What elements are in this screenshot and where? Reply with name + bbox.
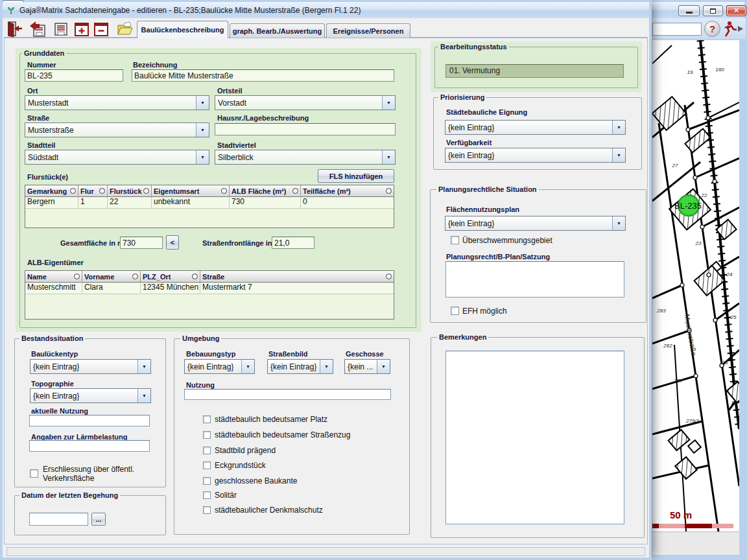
sort-circle-icon xyxy=(221,188,227,194)
topographie-dropdown[interactable]: {kein Eintrag}▼ xyxy=(30,388,151,403)
table-row[interactable]: Bergern 1 22 unbekannt 730 0 xyxy=(25,197,394,209)
stadtbild-label: Stadtbild prägend xyxy=(215,446,276,455)
stadtviertel-label: Stadtviertel xyxy=(217,141,256,149)
tab-ereignisse-personen[interactable]: Ereignisse/Personen xyxy=(326,23,410,38)
ueberschwemmung-checkbox[interactable] xyxy=(451,236,459,244)
strassenzug-label: städtebaulich bedeutsamer Straßenzug xyxy=(215,430,350,439)
denkmalschutz-checkbox[interactable] xyxy=(203,506,211,514)
run-exit-button[interactable] xyxy=(722,20,744,40)
erschliessung-checkbox[interactable] xyxy=(30,469,38,478)
eckgrundstueck-checkbox[interactable] xyxy=(203,461,211,469)
stadtviertel-dropdown[interactable]: Silberblick▼ xyxy=(215,150,396,165)
column-header-teilflaeche[interactable]: Teilfläche (m²) xyxy=(301,185,394,197)
begehung-datum-input[interactable] xyxy=(29,513,88,526)
bauluekentyp-dropdown[interactable]: {kein Eintrag}▼ xyxy=(30,359,151,374)
remove-record-button[interactable] xyxy=(92,20,110,38)
column-header-alb-flaeche[interactable]: ALB Fläche (m²) xyxy=(230,185,301,197)
denkmalschutz-label: städtebaulicher Denkmalschutz xyxy=(215,506,323,515)
fnp-dropdown[interactable]: {kein Eintrag}▼ xyxy=(445,216,626,231)
parcel-number: 25 xyxy=(730,314,737,320)
bplan-textarea[interactable] xyxy=(445,261,624,298)
map-close-button[interactable]: ✕ xyxy=(726,5,746,16)
map-view[interactable]: 19 160 27 22 23 24 25 26 283 282 287 279… xyxy=(652,40,739,531)
baukante-checkbox[interactable] xyxy=(203,477,211,485)
uebernehmen-button[interactable]: < xyxy=(166,235,179,250)
exit-door-icon xyxy=(6,21,23,38)
hausnr-input[interactable] xyxy=(215,123,396,135)
add-record-button[interactable] xyxy=(73,20,91,38)
stadtbild-checkbox[interactable] xyxy=(203,447,211,454)
ortsteil-dropdown[interactable]: Vorstadt▼ xyxy=(215,95,396,110)
strasse-dropdown[interactable]: Musterstraße▼ xyxy=(25,122,209,137)
open-button[interactable] xyxy=(115,20,134,38)
verfuegbarkeit-dropdown[interactable]: {kein Eintrag}▼ xyxy=(445,148,626,163)
strassenfront-label: Straßenfrontlänge in m: xyxy=(202,239,283,247)
bemerkungen-textarea[interactable] xyxy=(445,351,624,524)
remove-window-icon xyxy=(93,21,110,38)
stadtteil-label: Stadtteil xyxy=(27,141,55,149)
alb-eigentuemer-label: ALB-Eigentümer xyxy=(27,259,84,266)
strasse-label: Straße xyxy=(27,114,49,122)
save-return-button[interactable] xyxy=(29,20,47,38)
nummer-label: Nummer xyxy=(27,61,56,69)
map-minimize-button[interactable] xyxy=(678,5,700,16)
parcel-number: 22 xyxy=(701,192,707,198)
verfuegbarkeit-label: Verfügbarkeit xyxy=(446,139,492,146)
close-icon: ✕ xyxy=(733,7,739,14)
geschosse-dropdown[interactable]: {kein ...▼ xyxy=(344,359,390,374)
add-window-icon xyxy=(73,21,90,38)
scale-label: 50 m xyxy=(670,509,692,520)
table-row[interactable]: Musterschmitt Clara 12345 München Muster… xyxy=(25,283,394,294)
save-button[interactable] xyxy=(52,20,70,38)
exit-button[interactable] xyxy=(6,20,24,38)
column-header-eigentumsart[interactable]: Eigentumsart xyxy=(152,185,230,197)
alb-header-row: Name Vorname PLZ_Ort Straße xyxy=(25,271,394,283)
strassenzug-checkbox[interactable] xyxy=(203,431,211,439)
minimize-icon xyxy=(686,12,693,14)
parcel-number: 279/3 xyxy=(685,418,700,424)
map-maximize-button[interactable] xyxy=(703,5,723,16)
efh-checkbox[interactable] xyxy=(451,307,459,315)
column-header-strasse[interactable]: Straße xyxy=(200,271,394,283)
chevron-down-icon: ▼ xyxy=(137,389,150,402)
eignung-dropdown[interactable]: {kein Eintrag}▼ xyxy=(445,120,626,135)
map-search-input[interactable] xyxy=(652,23,702,36)
cell-teilflaeche: 0 xyxy=(301,197,394,209)
stadtteil-dropdown[interactable]: Südstadt▼ xyxy=(25,150,209,165)
parcel-number: 28 xyxy=(731,400,737,406)
column-header-plz-ort[interactable]: PLZ_Ort xyxy=(141,271,200,283)
chevron-down-icon: ▼ xyxy=(320,360,333,373)
nutzung-label: Nutzung xyxy=(186,381,215,389)
chevron-down-icon: ▼ xyxy=(612,148,625,162)
fls-hinzufuegen-button[interactable]: FLS hinzufügen xyxy=(318,169,394,183)
platz-checkbox[interactable] xyxy=(203,415,211,423)
nummer-input[interactable] xyxy=(25,69,123,82)
begehung-browse-button[interactable]: ... xyxy=(91,513,106,526)
ort-dropdown[interactable]: Musterstadt▼ xyxy=(25,95,209,110)
cadastral-map: 19 160 27 22 23 24 25 26 283 282 287 279… xyxy=(652,40,739,531)
bauluekentyp-label: Baulückentyp xyxy=(31,350,78,358)
column-header-gemarkung[interactable]: Gemarkung xyxy=(25,185,78,197)
nutzung-input[interactable] xyxy=(184,389,391,400)
strassenfront-input[interactable] xyxy=(272,237,314,249)
gesamtflaeche-input[interactable] xyxy=(120,237,163,249)
tab-bauluekenbeschreibung[interactable]: Baulückenbeschreibung xyxy=(137,21,228,38)
cell-strasse: Mustermarkt 7 xyxy=(200,283,394,294)
bebauungstyp-dropdown[interactable]: {kein Eintrag}▼ xyxy=(184,359,255,374)
strassenbild-dropdown[interactable]: {kein Eintrag}▼ xyxy=(267,359,333,374)
help-button[interactable]: ? xyxy=(704,21,720,37)
solitaer-checkbox[interactable] xyxy=(203,491,211,499)
column-header-flurstueck[interactable]: Flurstück xyxy=(108,185,152,197)
aktuelle-nutzung-input[interactable] xyxy=(29,415,150,426)
cell-flurstueck: 22 xyxy=(108,197,152,209)
runner-icon xyxy=(722,20,744,38)
laerm-input[interactable] xyxy=(29,440,150,452)
bezeichnung-input[interactable] xyxy=(132,69,394,82)
column-header-flur[interactable]: Flur xyxy=(78,185,108,197)
parcel-number: 24 xyxy=(726,272,733,277)
column-header-name[interactable]: Name xyxy=(25,271,82,283)
column-header-vorname[interactable]: Vorname xyxy=(82,271,141,283)
save-return-icon xyxy=(29,21,46,38)
flurstuecke-label: Flurstück(e) xyxy=(27,173,68,181)
tab-graph-bearb-auswertung[interactable]: graph. Bearb./Auswertung xyxy=(230,23,325,38)
